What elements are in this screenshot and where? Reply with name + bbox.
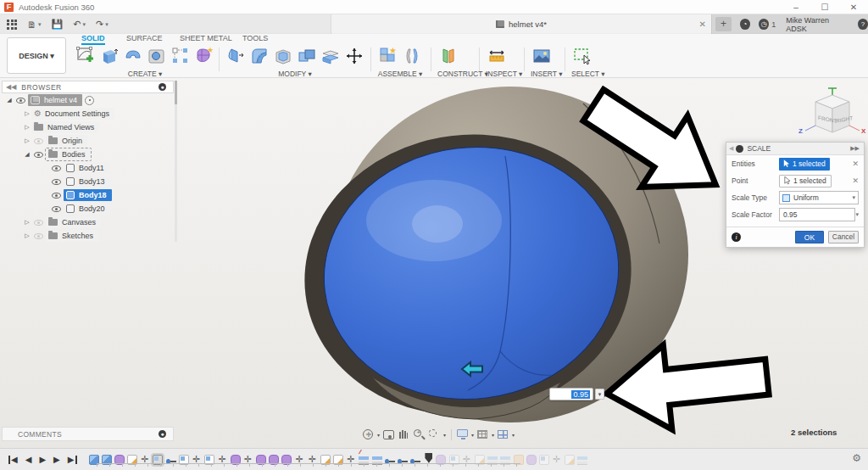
app-grid-icon[interactable]	[7, 20, 17, 30]
redo-icon[interactable]: ↷▾	[96, 19, 108, 30]
select-window-icon[interactable]	[571, 45, 593, 67]
save-icon[interactable]: 💾	[52, 19, 64, 30]
play-button[interactable]: ▶	[39, 456, 46, 464]
tab-sheet-metal[interactable]: SHEET METAL	[180, 34, 232, 42]
annotation-arrow-layer	[0, 78, 868, 448]
timeline-gear-icon[interactable]: ⚙	[852, 452, 861, 464]
canvas-input-box[interactable]: 0.95	[549, 388, 593, 400]
tab-strip: 🗎▾ 💾 ↶▾ ↷▾ helmet v4* ✕ + ◔ ◷ 1 Mike War…	[0, 14, 868, 34]
canvas-input-caret-icon[interactable]: ▼	[595, 389, 604, 400]
pan-icon[interactable]	[398, 429, 410, 440]
grid-settings-icon[interactable]	[477, 429, 489, 440]
close-button[interactable]: ✕	[839, 0, 868, 14]
app-title: Autodesk Fusion 360	[19, 3, 94, 12]
canvas-input-value[interactable]: 0.95	[571, 390, 590, 399]
fusion-logo-icon: F	[4, 3, 14, 12]
timeline-feature-box-icon[interactable]	[539, 455, 549, 465]
minimize-button[interactable]: –	[782, 0, 810, 14]
group-modify: MODIFY ▾	[225, 44, 365, 78]
tab-surface[interactable]: SURFACE	[126, 34, 163, 42]
combine-icon[interactable]	[296, 45, 318, 67]
arrow-to-dialog	[570, 78, 739, 221]
timeline-feature-stack-icon[interactable]	[577, 455, 587, 465]
hole-icon[interactable]	[146, 45, 168, 67]
timeline-feature-form-icon[interactable]	[526, 455, 537, 465]
arrow-to-input	[603, 334, 771, 435]
step-forward-button[interactable]: ▶	[53, 456, 60, 464]
chevron-down-icon[interactable]: ▾	[492, 432, 494, 438]
display-settings-icon[interactable]	[457, 429, 469, 440]
group-create: ★ CREATE ▾	[75, 44, 215, 78]
maximize-button[interactable]: ☐	[810, 0, 839, 14]
step-back-button[interactable]: ◀	[25, 456, 32, 464]
chevron-down-icon[interactable]: ▾	[377, 432, 380, 438]
window-controls: – ☐ ✕	[782, 0, 868, 14]
chevron-down-icon[interactable]: ▾	[512, 432, 515, 438]
group-modify-label[interactable]: MODIFY ▾	[225, 70, 365, 78]
svg-text:★: ★	[389, 46, 397, 55]
group-assemble-label[interactable]: ASSEMBLE ▾	[377, 70, 423, 78]
orbit-icon[interactable]	[363, 429, 375, 440]
timeline-position-marker[interactable]	[425, 453, 432, 463]
ribbon-toolbar: DESIGN ▾ SOLID SURFACE SHEET METAL TOOLS…	[0, 34, 868, 78]
skip-end-button[interactable]: ▶	[68, 456, 77, 464]
new-component-icon[interactable]: ★	[377, 45, 399, 67]
move-icon[interactable]	[343, 45, 365, 67]
group-construct-label[interactable]: CONSTRUCT ▾	[437, 70, 488, 78]
viewports-icon[interactable]	[498, 429, 509, 440]
comments-bar[interactable]: COMMENTS ●	[2, 427, 174, 441]
comments-label: COMMENTS	[18, 430, 62, 439]
group-assemble: ★ ASSEMBLE ▾	[377, 44, 423, 78]
pattern-icon[interactable]	[170, 45, 192, 67]
group-inspect: INSPECT ▾	[486, 44, 522, 78]
viewport-3d[interactable]: ◀◀ BROWSER ● ◢helmet v4▷⚙Document Settin…	[0, 78, 868, 448]
document-tab[interactable]: helmet v4* ✕	[331, 14, 712, 34]
canvas-scale-input[interactable]: 0.95 ▼	[549, 388, 604, 400]
job-status-icon[interactable]: ◷	[759, 19, 769, 30]
file-menu-icon[interactable]: 🗎▾	[27, 20, 42, 30]
undo-icon[interactable]: ↶▾	[73, 19, 86, 30]
joint-icon[interactable]	[401, 45, 423, 67]
group-construct: CONSTRUCT ▾	[437, 44, 488, 78]
selection-status: 2 selections	[791, 428, 837, 437]
timeline-feature-move-icon[interactable]	[552, 455, 562, 465]
look-at-icon[interactable]	[383, 429, 395, 440]
help-icon[interactable]: ?	[858, 19, 868, 30]
fillet-icon[interactable]	[248, 45, 270, 67]
insert-image-icon[interactable]	[531, 45, 553, 67]
shell-icon[interactable]	[272, 45, 294, 67]
create-sketch-icon[interactable]	[75, 45, 97, 67]
group-select-label[interactable]: SELECT ▾	[571, 70, 605, 78]
tab-tools[interactable]: TOOLS	[242, 34, 268, 42]
new-tab-button[interactable]: +	[715, 17, 732, 31]
navigation-toolbar: ▾▾▾▾▾	[363, 428, 515, 442]
construct-plane-icon[interactable]	[437, 45, 459, 67]
timeline-bar: ◀ ◀ ▶ ▶ ▶	[0, 448, 868, 470]
extrude-icon[interactable]	[98, 45, 120, 67]
zoom-window-icon[interactable]	[429, 429, 441, 440]
extension-icon[interactable]: ◔	[740, 19, 750, 30]
chevron-down-icon[interactable]: ▾	[443, 432, 446, 438]
group-create-label[interactable]: CREATE ▾	[75, 70, 215, 78]
group-inspect-label[interactable]: INSPECT ▾	[486, 70, 522, 78]
press-pull-icon[interactable]	[225, 45, 247, 67]
timeline-playback-controls: ◀ ◀ ▶ ▶ ▶	[8, 456, 77, 464]
timeline-feature-sketch-icon[interactable]	[565, 455, 575, 465]
tab-strip-right: + ◔ ◷ 1 Mike Warren ADSK ?	[712, 14, 868, 34]
comments-options-icon[interactable]: ●	[159, 430, 166, 438]
chevron-down-icon[interactable]: ▾	[471, 432, 474, 438]
workspace-selector[interactable]: DESIGN ▾	[7, 37, 66, 74]
group-insert: INSERT ▾	[531, 44, 563, 78]
toolbar-divider	[451, 429, 452, 440]
svg-text:★: ★	[207, 46, 214, 54]
user-name[interactable]: Mike Warren ADSK	[786, 16, 848, 33]
skip-start-button[interactable]: ◀	[8, 456, 18, 464]
zoom-icon[interactable]	[414, 429, 426, 440]
split-body-icon[interactable]	[320, 45, 342, 67]
group-select: SELECT ▾	[571, 44, 605, 78]
sweep-icon[interactable]	[122, 45, 144, 67]
measure-icon[interactable]	[486, 45, 508, 67]
group-insert-label[interactable]: INSERT ▾	[531, 70, 563, 78]
create-form-icon[interactable]: ★	[193, 45, 215, 67]
tab-close-icon[interactable]: ✕	[699, 20, 706, 29]
